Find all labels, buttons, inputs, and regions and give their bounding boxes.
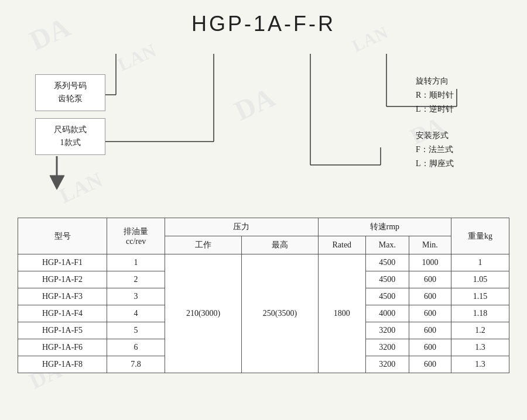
- cell-speed-min: 600: [409, 356, 451, 373]
- cell-speed-max: 4500: [365, 271, 409, 288]
- cell-model: HGP-1A-F3: [18, 288, 107, 305]
- col-header-speed-max: Max.: [365, 236, 409, 254]
- cell-speed-max: 4000: [365, 305, 409, 322]
- cell-model: HGP-1A-F1: [18, 254, 107, 271]
- cell-weight: 1.05: [451, 271, 509, 288]
- cell-displacement: 6: [107, 339, 165, 356]
- table-row: HGP-1A-F11210(3000)250(3500)180045001000…: [18, 254, 509, 271]
- cell-speed-min: 600: [409, 322, 451, 339]
- cell-displacement: 5: [107, 322, 165, 339]
- cell-pressure-max: 250(3500): [241, 254, 318, 373]
- col-header-pressure: 压力: [165, 218, 319, 236]
- cell-weight: 1.15: [451, 288, 509, 305]
- svg-marker-10: [50, 175, 64, 190]
- cell-model: HGP-1A-F2: [18, 271, 107, 288]
- col-header-speed-min: Min.: [409, 236, 451, 254]
- cell-speed-max: 4500: [365, 254, 409, 271]
- label-mount: 安装形式 F：法兰式 L：脚座式: [416, 129, 492, 170]
- cell-pressure-work: 210(3000): [165, 254, 242, 373]
- col-header-pressure-max: 最高: [241, 236, 318, 254]
- page-title: HGP-1A-F-R: [18, 12, 509, 36]
- label-series: 系列号码 齿轮泵: [35, 74, 105, 111]
- data-table: 型号 排油量 cc/rev 压力 转速rmp 重量kg 工作 最高 Rated …: [18, 218, 509, 373]
- cell-weight: 1.18: [451, 305, 509, 322]
- cell-displacement: 4: [107, 305, 165, 322]
- col-header-speed-rated: Rated: [318, 236, 365, 254]
- col-header-speed: 转速rmp: [318, 218, 451, 236]
- cell-speed-max: 4500: [365, 288, 409, 305]
- cell-model: HGP-1A-F4: [18, 305, 107, 322]
- cell-model: HGP-1A-F5: [18, 322, 107, 339]
- cell-model: HGP-1A-F6: [18, 339, 107, 356]
- cell-speed-min: 600: [409, 305, 451, 322]
- cell-weight: 1: [451, 254, 509, 271]
- label-size: 尺码款式 1款式: [35, 118, 105, 155]
- diagram-area: 系列号码 齿轮泵 尺码款式 1款式 旋转方向 R：顺时针 L：逆时针 安装形式 …: [18, 42, 509, 206]
- cell-speed-max: 3200: [365, 322, 409, 339]
- cell-speed-min: 600: [409, 271, 451, 288]
- cell-displacement: 3: [107, 288, 165, 305]
- col-header-model: 型号: [18, 218, 107, 254]
- label-rotation: 旋转方向 R：顺时针 L：逆时针: [416, 74, 492, 116]
- cell-speed-min: 1000: [409, 254, 451, 271]
- cell-speed-min: 600: [409, 339, 451, 356]
- cell-speed-max: 3200: [365, 339, 409, 356]
- cell-model: HGP-1A-F8: [18, 356, 107, 373]
- cell-displacement: 7.8: [107, 356, 165, 373]
- col-header-pressure-work: 工作: [165, 236, 242, 254]
- cell-speed-max: 3200: [365, 356, 409, 373]
- col-header-weight: 重量kg: [451, 218, 509, 254]
- cell-weight: 1.3: [451, 356, 509, 373]
- cell-weight: 1.2: [451, 322, 509, 339]
- cell-displacement: 1: [107, 254, 165, 271]
- cell-speed-min: 600: [409, 288, 451, 305]
- cell-speed-rated: 1800: [318, 254, 365, 373]
- col-header-displacement: 排油量 cc/rev: [107, 218, 165, 254]
- cell-weight: 1.3: [451, 339, 509, 356]
- cell-displacement: 2: [107, 271, 165, 288]
